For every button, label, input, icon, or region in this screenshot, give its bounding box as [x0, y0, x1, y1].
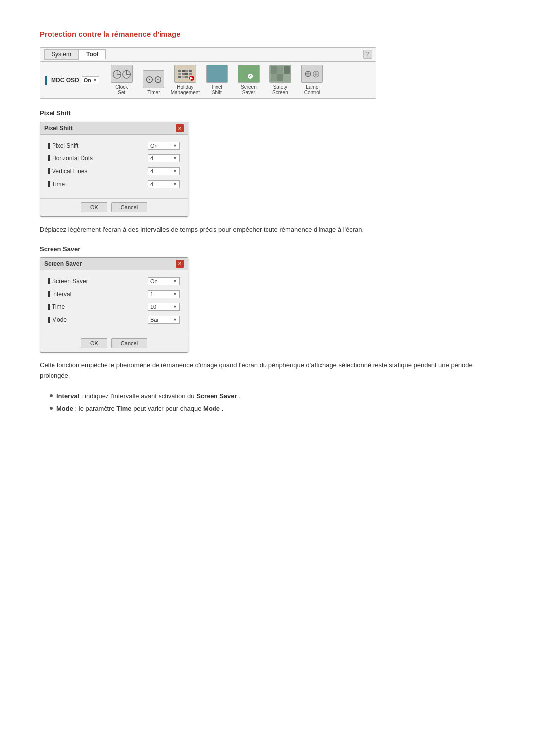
toolbar-icon-holiday[interactable]: ▶ Holiday Management: [172, 65, 198, 95]
timer-label-1: Timer: [147, 90, 160, 95]
screen-saver-label-1: Screen: [241, 84, 257, 90]
toolbar-icon-clock-set[interactable]: ◷ Clock Set: [109, 65, 135, 95]
pixel-shift-select-1[interactable]: 4 ▼: [148, 154, 180, 162]
screen-saver-select-3[interactable]: Bar ▼: [148, 316, 180, 324]
screen-saver-dialog-body: Screen Saver On ▼ Interval 1 ▼ Time: [40, 270, 188, 334]
label-bar: [48, 317, 50, 323]
bullet-text-1: Interval : indiquez l'intervalle avant a…: [56, 391, 241, 402]
pixel-shift-ok-button[interactable]: OK: [81, 202, 107, 212]
osd-label: MDC OSD: [51, 77, 79, 84]
lamp-label-1: Lamp: [306, 84, 318, 90]
screen-saver-label-row-3: Mode: [48, 316, 67, 323]
bullet-item-interval: Interval : indiquez l'intervalle avant a…: [50, 391, 495, 402]
tab-system[interactable]: System: [44, 49, 79, 60]
label-bar: [48, 168, 50, 174]
screen-saver-ok-button[interactable]: OK: [81, 338, 107, 348]
pixel-shift-dialog-footer: OK Cancel: [40, 198, 188, 216]
screen-saver-value-2: 10: [150, 304, 156, 310]
toolbar-icon-pixel-shift[interactable]: Pixel Shift: [204, 65, 230, 95]
screen-saver-select-1[interactable]: 1 ▼: [148, 290, 180, 298]
label-bar: [48, 181, 50, 187]
bullet-text-mode-end: .: [222, 405, 224, 412]
dropdown-arrow: ▼: [173, 169, 177, 174]
toolbar-osd: MDC OSD On ▼: [45, 76, 99, 85]
bullet-dot-2: [50, 407, 53, 410]
label-bar: [48, 155, 50, 161]
pixel-shift-label-row-0: Pixel Shift: [48, 142, 78, 149]
safety-screen-label-2: Screen: [272, 90, 288, 95]
pixel-shift-label-row-1: Horizontal Dots: [48, 155, 93, 162]
toolbar-icon-screen-saver[interactable]: ✓ Screen Saver: [236, 65, 262, 95]
screen-saver-select-0[interactable]: On ▼: [148, 277, 180, 285]
osd-dropdown-arrow: ▼: [93, 78, 97, 83]
bullet-text-2: Mode : le paramètre Time peut varier pou…: [56, 403, 223, 414]
pixel-shift-select-3[interactable]: 4 ▼: [148, 180, 180, 188]
bullet-bold-screen-saver-ref: Screen Saver: [196, 392, 237, 400]
screen-saver-value-0: On: [150, 278, 158, 284]
pixel-shift-heading: Pixel Shift: [40, 109, 495, 117]
toolbar-container: System Tool ? MDC OSD On ▼ ◷ Clock Set: [40, 47, 376, 99]
pixel-shift-label-1: Pixel: [212, 84, 222, 90]
clock-set-icon: ◷: [111, 65, 133, 83]
toolbar-icon-timer[interactable]: ⊙ Timer: [141, 70, 166, 95]
pixel-shift-value-0: On: [150, 143, 158, 149]
pixel-shift-dialog-body: Pixel Shift On ▼ Horizontal Dots 4 ▼ Ver…: [40, 135, 188, 198]
dropdown-arrow: ▼: [173, 304, 177, 309]
pixel-shift-close-button[interactable]: ✕: [176, 124, 184, 132]
osd-bar: [45, 76, 47, 85]
bullet-text-mode-middle2: peut varier pour chaque: [133, 405, 203, 412]
screen-saver-select-2[interactable]: 10 ▼: [148, 303, 180, 311]
bullet-bold-mode: Mode: [56, 405, 73, 412]
holiday-icon: ▶: [174, 65, 196, 83]
pixel-shift-row-0: Pixel Shift On ▼: [48, 142, 180, 150]
pixel-shift-label-row-2: Vertical Lines: [48, 168, 87, 175]
pixel-shift-cancel-button[interactable]: Cancel: [111, 202, 147, 212]
pixel-shift-description: Déplacez légèrement l'écran à des interv…: [40, 225, 495, 235]
pixel-shift-row-3: Time 4 ▼: [48, 180, 180, 188]
holiday-label-2: Management: [171, 90, 200, 95]
tab-tool[interactable]: Tool: [79, 49, 106, 60]
pixel-shift-value-1: 4: [150, 155, 153, 161]
screen-saver-value-1: 1: [150, 291, 153, 297]
osd-dropdown[interactable]: On ▼: [82, 76, 99, 84]
pixel-shift-value-2: 4: [150, 168, 153, 174]
screen-saver-row-3: Mode Bar ▼: [48, 316, 180, 324]
lamp-control-icon: ⊕: [301, 65, 323, 83]
page-title: Protection contre la rémanence d'image: [40, 30, 495, 38]
screen-saver-heading: Screen Saver: [40, 245, 495, 252]
safety-screen-label-1: Safety: [273, 84, 287, 90]
screen-saver-dialog-titlebar: Screen Saver ✕: [40, 258, 188, 270]
pixel-shift-select-0[interactable]: On ▼: [148, 142, 180, 150]
label-bar: [48, 304, 50, 310]
toolbar-icon-lamp-control[interactable]: ⊕ Lamp Control: [299, 65, 325, 95]
bullet-text-mode-middle: : le paramètre: [75, 405, 117, 412]
pixel-shift-dialog-titlebar: Pixel Shift ✕: [40, 122, 188, 135]
label-bar: [48, 278, 50, 284]
bullet-text-interval-middle: : indiquez l'intervalle avant activation…: [81, 392, 196, 400]
dropdown-arrow: ▼: [173, 317, 177, 322]
screen-saver-value-3: Bar: [150, 317, 159, 323]
screen-saver-row-1: Interval 1 ▼: [48, 290, 180, 298]
timer-icon: ⊙: [143, 70, 164, 88]
toolbar-tabs: System Tool: [44, 49, 106, 60]
pixel-shift-row-2: Vertical Lines 4 ▼: [48, 167, 180, 175]
screen-saver-row-2: Time 10 ▼: [48, 303, 180, 311]
dropdown-arrow: ▼: [173, 292, 177, 297]
osd-value: On: [84, 77, 91, 83]
bullet-text-interval-end: .: [239, 392, 241, 400]
screen-saver-cancel-button[interactable]: Cancel: [111, 338, 147, 348]
lamp-label-2: Control: [304, 90, 320, 95]
screen-saver-row-0: Screen Saver On ▼: [48, 277, 180, 285]
bullet-bold-mode-ref: Mode: [203, 405, 220, 412]
screen-saver-description: Cette fonction empêche le phénomène de r…: [40, 360, 495, 381]
screen-saver-label-2: Saver: [242, 90, 255, 95]
pixel-shift-label-2: Shift: [212, 90, 222, 95]
screen-saver-label-row-1: Interval: [48, 291, 71, 298]
dropdown-arrow: ▼: [173, 279, 177, 284]
safety-screen-icon: [269, 65, 291, 83]
pixel-shift-select-2[interactable]: 4 ▼: [148, 167, 180, 175]
help-icon[interactable]: ?: [363, 50, 372, 59]
toolbar-icon-safety-screen[interactable]: Safety Screen: [268, 65, 293, 95]
bullet-item-mode: Mode : le paramètre Time peut varier pou…: [50, 403, 495, 414]
screen-saver-close-button[interactable]: ✕: [176, 260, 184, 268]
